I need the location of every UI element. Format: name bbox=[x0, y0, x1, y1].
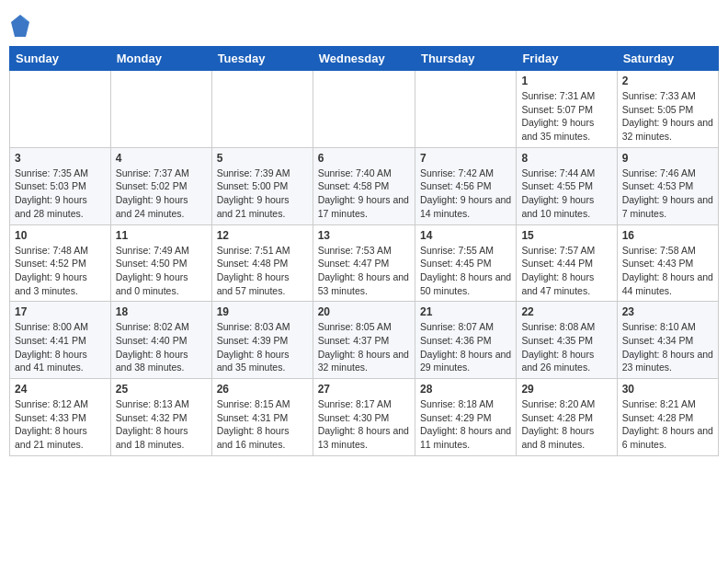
day-info: Sunrise: 8:05 AM Sunset: 4:37 PM Dayligh… bbox=[318, 320, 410, 374]
day-info: Sunrise: 8:10 AM Sunset: 4:34 PM Dayligh… bbox=[622, 320, 713, 374]
day-number: 22 bbox=[521, 305, 611, 318]
calendar-table: SundayMondayTuesdayWednesdayThursdayFrid… bbox=[9, 46, 719, 456]
calendar-cell: 9Sunrise: 7:46 AM Sunset: 4:53 PM Daylig… bbox=[617, 147, 718, 224]
day-header-friday: Friday bbox=[517, 47, 617, 71]
calendar-header-row: SundayMondayTuesdayWednesdayThursdayFrid… bbox=[10, 47, 719, 71]
calendar-cell: 21Sunrise: 8:07 AM Sunset: 4:36 PM Dayli… bbox=[415, 302, 516, 379]
calendar-week-row: 3Sunrise: 7:35 AM Sunset: 5:03 PM Daylig… bbox=[10, 147, 719, 224]
calendar-week-row: 1Sunrise: 7:31 AM Sunset: 5:07 PM Daylig… bbox=[10, 71, 719, 148]
day-number: 28 bbox=[420, 383, 511, 396]
calendar-cell: 22Sunrise: 8:08 AM Sunset: 4:35 PM Dayli… bbox=[517, 302, 617, 379]
day-number: 20 bbox=[318, 305, 410, 318]
day-info: Sunrise: 7:58 AM Sunset: 4:43 PM Dayligh… bbox=[622, 244, 713, 298]
day-number: 16 bbox=[622, 229, 713, 242]
calendar-cell: 3Sunrise: 7:35 AM Sunset: 5:03 PM Daylig… bbox=[10, 147, 111, 224]
logo bbox=[9, 13, 35, 39]
calendar-cell: 30Sunrise: 8:21 AM Sunset: 4:28 PM Dayli… bbox=[617, 379, 718, 456]
day-number: 17 bbox=[15, 305, 106, 318]
day-info: Sunrise: 8:21 AM Sunset: 4:28 PM Dayligh… bbox=[622, 397, 713, 452]
day-info: Sunrise: 8:02 AM Sunset: 4:40 PM Dayligh… bbox=[116, 320, 207, 374]
day-number: 30 bbox=[622, 383, 713, 396]
day-number: 9 bbox=[622, 152, 713, 165]
day-number: 15 bbox=[521, 229, 611, 242]
calendar-cell: 19Sunrise: 8:03 AM Sunset: 4:39 PM Dayli… bbox=[211, 302, 313, 379]
day-number: 10 bbox=[15, 229, 106, 242]
calendar-week-row: 10Sunrise: 7:48 AM Sunset: 4:52 PM Dayli… bbox=[10, 224, 719, 302]
calendar-cell: 26Sunrise: 8:15 AM Sunset: 4:31 PM Dayli… bbox=[211, 379, 313, 456]
day-info: Sunrise: 8:12 AM Sunset: 4:33 PM Dayligh… bbox=[15, 397, 106, 452]
day-number: 14 bbox=[420, 229, 511, 242]
calendar-cell: 16Sunrise: 7:58 AM Sunset: 4:43 PM Dayli… bbox=[617, 224, 718, 302]
day-header-thursday: Thursday bbox=[415, 47, 516, 71]
day-info: Sunrise: 8:20 AM Sunset: 4:28 PM Dayligh… bbox=[521, 397, 611, 452]
calendar-cell: 28Sunrise: 8:18 AM Sunset: 4:29 PM Dayli… bbox=[415, 379, 516, 456]
day-header-tuesday: Tuesday bbox=[211, 47, 313, 71]
calendar-cell: 4Sunrise: 7:37 AM Sunset: 5:02 PM Daylig… bbox=[110, 147, 211, 224]
calendar-cell: 5Sunrise: 7:39 AM Sunset: 5:00 PM Daylig… bbox=[211, 147, 313, 224]
calendar-cell: 1Sunrise: 7:31 AM Sunset: 5:07 PM Daylig… bbox=[517, 71, 617, 148]
calendar-cell: 24Sunrise: 8:12 AM Sunset: 4:33 PM Dayli… bbox=[10, 379, 111, 456]
day-info: Sunrise: 7:40 AM Sunset: 4:58 PM Dayligh… bbox=[318, 167, 410, 221]
day-number: 4 bbox=[116, 152, 207, 165]
day-info: Sunrise: 7:37 AM Sunset: 5:02 PM Dayligh… bbox=[116, 167, 207, 221]
calendar-cell: 2Sunrise: 7:33 AM Sunset: 5:05 PM Daylig… bbox=[617, 71, 718, 148]
day-info: Sunrise: 7:51 AM Sunset: 4:48 PM Dayligh… bbox=[217, 244, 308, 298]
calendar-cell: 11Sunrise: 7:49 AM Sunset: 4:50 PM Dayli… bbox=[110, 224, 211, 302]
day-number: 13 bbox=[318, 229, 410, 242]
day-number: 8 bbox=[521, 152, 611, 165]
day-info: Sunrise: 7:49 AM Sunset: 4:50 PM Dayligh… bbox=[116, 244, 207, 298]
day-info: Sunrise: 7:31 AM Sunset: 5:07 PM Dayligh… bbox=[521, 89, 611, 144]
day-header-wednesday: Wednesday bbox=[313, 47, 415, 71]
day-info: Sunrise: 7:57 AM Sunset: 4:44 PM Dayligh… bbox=[521, 244, 611, 298]
day-number: 23 bbox=[622, 305, 713, 318]
day-info: Sunrise: 7:55 AM Sunset: 4:45 PM Dayligh… bbox=[420, 244, 511, 298]
logo-icon bbox=[9, 13, 31, 39]
calendar-cell: 17Sunrise: 8:00 AM Sunset: 4:41 PM Dayli… bbox=[10, 302, 111, 379]
day-number: 29 bbox=[521, 383, 611, 396]
day-number: 11 bbox=[116, 229, 207, 242]
day-number: 27 bbox=[318, 383, 410, 396]
day-info: Sunrise: 7:46 AM Sunset: 4:53 PM Dayligh… bbox=[622, 167, 713, 221]
day-info: Sunrise: 7:48 AM Sunset: 4:52 PM Dayligh… bbox=[15, 244, 106, 298]
calendar-cell: 14Sunrise: 7:55 AM Sunset: 4:45 PM Dayli… bbox=[415, 224, 516, 302]
day-number: 5 bbox=[217, 152, 308, 165]
day-number: 18 bbox=[116, 305, 207, 318]
day-number: 12 bbox=[217, 229, 308, 242]
day-info: Sunrise: 8:03 AM Sunset: 4:39 PM Dayligh… bbox=[217, 320, 308, 374]
calendar-cell bbox=[10, 71, 111, 148]
day-header-sunday: Sunday bbox=[10, 47, 111, 71]
calendar-week-row: 17Sunrise: 8:00 AM Sunset: 4:41 PM Dayli… bbox=[10, 302, 719, 379]
day-info: Sunrise: 7:53 AM Sunset: 4:47 PM Dayligh… bbox=[318, 244, 410, 298]
calendar-cell: 13Sunrise: 7:53 AM Sunset: 4:47 PM Dayli… bbox=[313, 224, 415, 302]
day-number: 26 bbox=[217, 383, 308, 396]
header bbox=[9, 9, 719, 39]
day-info: Sunrise: 7:44 AM Sunset: 4:55 PM Dayligh… bbox=[521, 167, 611, 221]
calendar-cell: 25Sunrise: 8:13 AM Sunset: 4:32 PM Dayli… bbox=[110, 379, 211, 456]
calendar-cell: 8Sunrise: 7:44 AM Sunset: 4:55 PM Daylig… bbox=[517, 147, 617, 224]
day-info: Sunrise: 7:42 AM Sunset: 4:56 PM Dayligh… bbox=[420, 167, 511, 221]
calendar-cell: 29Sunrise: 8:20 AM Sunset: 4:28 PM Dayli… bbox=[517, 379, 617, 456]
day-number: 21 bbox=[420, 305, 511, 318]
day-info: Sunrise: 8:17 AM Sunset: 4:30 PM Dayligh… bbox=[318, 397, 410, 452]
day-info: Sunrise: 7:33 AM Sunset: 5:05 PM Dayligh… bbox=[622, 89, 713, 144]
day-info: Sunrise: 7:39 AM Sunset: 5:00 PM Dayligh… bbox=[217, 167, 308, 221]
day-info: Sunrise: 7:35 AM Sunset: 5:03 PM Dayligh… bbox=[15, 167, 106, 221]
day-info: Sunrise: 8:18 AM Sunset: 4:29 PM Dayligh… bbox=[420, 397, 511, 452]
calendar-cell bbox=[313, 71, 415, 148]
day-number: 3 bbox=[15, 152, 106, 165]
day-number: 6 bbox=[318, 152, 410, 165]
calendar-week-row: 24Sunrise: 8:12 AM Sunset: 4:33 PM Dayli… bbox=[10, 379, 719, 456]
day-info: Sunrise: 8:08 AM Sunset: 4:35 PM Dayligh… bbox=[521, 320, 611, 374]
day-info: Sunrise: 8:07 AM Sunset: 4:36 PM Dayligh… bbox=[420, 320, 511, 374]
day-number: 7 bbox=[420, 152, 511, 165]
svg-marker-0 bbox=[11, 15, 29, 37]
calendar-cell bbox=[211, 71, 313, 148]
calendar-cell: 15Sunrise: 7:57 AM Sunset: 4:44 PM Dayli… bbox=[517, 224, 617, 302]
day-header-saturday: Saturday bbox=[617, 47, 718, 71]
day-number: 2 bbox=[622, 75, 713, 87]
day-info: Sunrise: 8:13 AM Sunset: 4:32 PM Dayligh… bbox=[116, 397, 207, 452]
calendar-cell: 10Sunrise: 7:48 AM Sunset: 4:52 PM Dayli… bbox=[10, 224, 111, 302]
calendar-cell: 23Sunrise: 8:10 AM Sunset: 4:34 PM Dayli… bbox=[617, 302, 718, 379]
calendar-cell: 12Sunrise: 7:51 AM Sunset: 4:48 PM Dayli… bbox=[211, 224, 313, 302]
calendar-cell bbox=[110, 71, 211, 148]
